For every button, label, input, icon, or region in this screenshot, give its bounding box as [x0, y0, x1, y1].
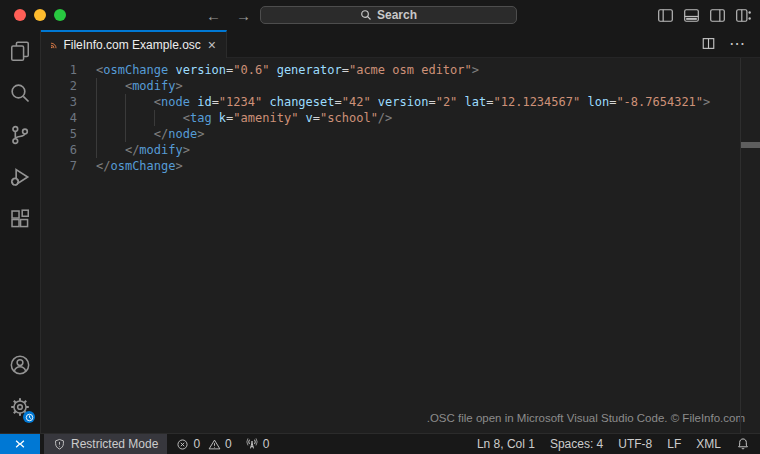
forward-icon[interactable]: →	[236, 7, 251, 24]
code-token: "0.6"	[233, 63, 269, 77]
line-content[interactable]: <node id="1234" changeset="42" version="…	[96, 94, 710, 110]
code-line[interactable]: 1<osmChange version="0.6" generator="acm…	[41, 62, 760, 78]
toggle-secondary-sidebar-icon[interactable]	[709, 7, 726, 24]
code-line[interactable]: 2 <modify>	[41, 78, 760, 94]
sidebar-item-search[interactable]	[0, 72, 40, 114]
tab-fileinfo-example-osc[interactable]: FileInfo.com Example.osc ×	[41, 30, 227, 58]
indent-guide	[154, 110, 155, 126]
line-number[interactable]: 6	[41, 142, 77, 158]
search-label: Search	[377, 8, 417, 22]
sidebar-item-source-control[interactable]	[0, 114, 40, 156]
code-line[interactable]: 4 <tag k="amenity" v="school"/>	[41, 110, 760, 126]
code-token: node	[161, 95, 190, 109]
tab-bar: FileInfo.com Example.osc × ⋯	[41, 30, 760, 58]
code-token: v	[306, 111, 313, 125]
notifications-bell-icon[interactable]	[736, 437, 750, 451]
search-icon	[360, 9, 372, 21]
line-content[interactable]: </node>	[96, 126, 204, 142]
code-token: version	[378, 95, 429, 109]
line-content[interactable]: <modify>	[96, 78, 183, 94]
code-token	[168, 63, 175, 77]
line-number[interactable]: 4	[41, 110, 77, 126]
code-token: =	[342, 63, 349, 77]
forwarded-ports-button[interactable]: 0	[245, 437, 270, 451]
line-content[interactable]: <osmChange version="0.6" generator="acme…	[96, 62, 479, 78]
line-number[interactable]: 2	[41, 78, 77, 94]
code-token: =	[212, 95, 219, 109]
indentation-button[interactable]: Spaces: 4	[550, 437, 603, 451]
manage-settings-button[interactable]	[0, 386, 40, 428]
code-line[interactable]: 5 </node>	[41, 126, 760, 142]
search-sidebar-icon	[9, 82, 31, 104]
remote-icon	[13, 437, 27, 451]
code-token: "2"	[436, 95, 458, 109]
indent-guide	[96, 126, 97, 142]
window-controls	[14, 9, 66, 21]
code-token: "school"	[320, 111, 378, 125]
sidebar-item-run-debug[interactable]	[0, 156, 40, 198]
language-mode-button[interactable]: XML	[696, 437, 721, 451]
code-line[interactable]: 7</osmChange>	[41, 158, 760, 174]
code-token: >	[176, 79, 183, 93]
customize-layout-icon[interactable]	[735, 7, 752, 24]
sidebar-item-extensions[interactable]	[0, 198, 40, 240]
code-token: "42"	[342, 95, 371, 109]
code-token: "amenity"	[233, 111, 298, 125]
remote-indicator-button[interactable]	[0, 434, 40, 454]
cursor-position-button[interactable]: Ln 8, Col 1	[477, 437, 535, 451]
code-token	[96, 143, 125, 157]
more-actions-icon[interactable]: ⋯	[729, 40, 746, 48]
code-token	[371, 95, 378, 109]
activity-bar	[0, 30, 41, 433]
line-number[interactable]: 5	[41, 126, 77, 142]
extensions-icon	[9, 208, 31, 230]
line-number[interactable]: 7	[41, 158, 77, 174]
split-editor-icon[interactable]	[701, 36, 716, 51]
error-count: 0	[193, 437, 200, 451]
source-control-branch-icon	[9, 124, 31, 146]
line-content[interactable]: <tag k="amenity" v="school"/>	[96, 110, 392, 126]
code-token	[457, 95, 464, 109]
code-line[interactable]: 3 <node id="1234" changeset="42" version…	[41, 94, 760, 110]
code-token: </	[154, 127, 168, 141]
encoding-button[interactable]: UTF-8	[618, 437, 652, 451]
line-number[interactable]: 1	[41, 62, 77, 78]
line-content[interactable]: </modify>	[96, 142, 190, 158]
scrollbar-thumb[interactable]	[741, 142, 760, 148]
zoom-window-button[interactable]	[54, 9, 66, 21]
indent-guide	[125, 94, 126, 110]
restricted-mode-button[interactable]: Restricted Mode	[44, 434, 167, 454]
toggle-panel-icon[interactable]	[683, 7, 700, 24]
code-token: >	[175, 159, 182, 173]
editor-pane[interactable]: 1<osmChange version="0.6" generator="acm…	[41, 58, 760, 433]
minimize-window-button[interactable]	[34, 9, 46, 21]
toggle-primary-sidebar-icon[interactable]	[657, 7, 674, 24]
close-window-button[interactable]	[14, 9, 26, 21]
code-token: changeset	[269, 95, 334, 109]
code-area[interactable]: 1<osmChange version="0.6" generator="acm…	[41, 58, 760, 174]
code-token	[96, 111, 183, 125]
code-line[interactable]: 6 </modify>	[41, 142, 760, 158]
code-token: osmChange	[103, 63, 168, 77]
eol-button[interactable]: LF	[667, 437, 681, 451]
code-token: tag	[190, 111, 212, 125]
back-icon[interactable]: ←	[206, 7, 221, 24]
settings-sync-badge	[23, 411, 35, 423]
status-bar: Restricted Mode 0 0 0 Ln 8, Col 1 Spaces…	[0, 433, 760, 454]
radio-tower-icon	[245, 437, 259, 451]
line-number[interactable]: 3	[41, 94, 77, 110]
code-token: </	[96, 159, 110, 173]
command-center-search[interactable]: Search	[260, 6, 517, 24]
watermark: .OSC file open in Microsoft Visual Studi…	[427, 412, 745, 424]
code-token: id	[197, 95, 211, 109]
code-token: >	[703, 95, 710, 109]
titlebar: ← → Search	[0, 0, 760, 30]
run-and-debug-icon	[9, 166, 31, 188]
accounts-button[interactable]	[0, 344, 40, 386]
problems-button[interactable]: 0 0	[176, 437, 231, 451]
code-token: =	[486, 95, 493, 109]
sidebar-item-explorer[interactable]	[0, 30, 40, 72]
line-content[interactable]: </osmChange>	[96, 158, 183, 174]
close-tab-icon[interactable]: ×	[207, 38, 217, 52]
code-token: generator	[277, 63, 342, 77]
